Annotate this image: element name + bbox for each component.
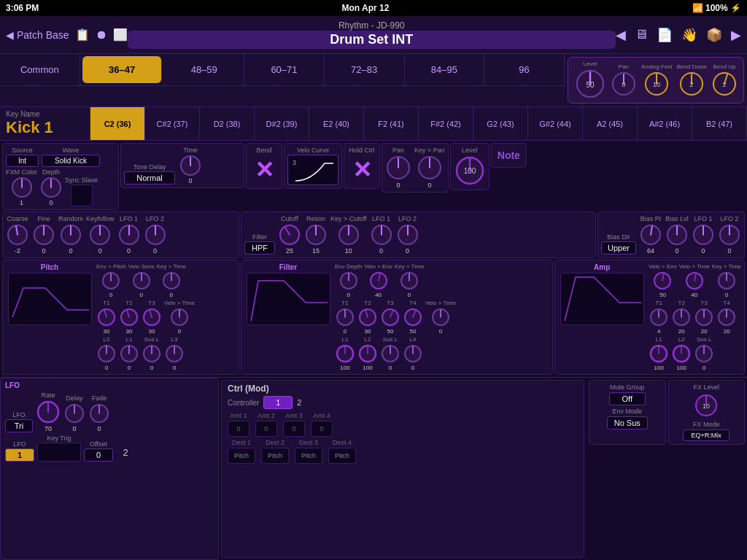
dest2-val[interactable]: Pitch	[261, 448, 289, 464]
filter-type-select[interactable]: HPF	[244, 241, 275, 254]
key-pan-knob[interactable]	[417, 155, 443, 181]
analog-feel-knob[interactable]: 10	[643, 71, 670, 97]
keyfollow-knob[interactable]	[88, 223, 112, 246]
bias-dir-select[interactable]: Upper	[601, 241, 636, 254]
filter-key-time-knob[interactable]	[399, 271, 419, 291]
dest3-val[interactable]: Pitch	[295, 448, 322, 464]
pan-knob[interactable]	[385, 155, 411, 181]
pitch-l0-knob[interactable]	[96, 343, 117, 364]
note-key-3[interactable]: D#2 (39)	[255, 107, 309, 140]
tab-36-47[interactable]: 36–47	[82, 56, 163, 83]
pitch-lfo2-knob[interactable]	[144, 223, 167, 246]
source-select[interactable]: Int	[6, 155, 39, 167]
bias-lfo1-knob[interactable]	[692, 223, 715, 246]
dest4-val[interactable]: Pitch	[328, 448, 356, 464]
env-mode-select[interactable]: No Sus	[607, 416, 648, 429]
fxm-color-knob[interactable]	[11, 176, 33, 198]
filter-lfo1-knob[interactable]	[370, 223, 393, 246]
nav-icon-monitor[interactable]: 🖥	[635, 27, 648, 43]
note-key-1[interactable]: C#2 (37)	[145, 107, 200, 140]
bend-down-knob[interactable]: 2	[678, 71, 705, 97]
coarse-knob[interactable]	[6, 223, 29, 246]
lfo-delay-knob[interactable]	[63, 402, 85, 424]
nav-icon-file[interactable]: 📄	[657, 27, 673, 43]
tab-common[interactable]: Common	[0, 54, 80, 85]
dest1-val[interactable]: Pitch	[228, 448, 255, 464]
amp-t4-knob[interactable]	[716, 307, 737, 327]
amp-t3-knob[interactable]	[694, 307, 714, 327]
pitch-susl-knob[interactable]	[142, 343, 162, 364]
nav-icon-record[interactable]: ⏺	[96, 28, 107, 42]
filter-velo-env-knob[interactable]	[368, 271, 389, 291]
note-key-6[interactable]: F#2 (42)	[419, 107, 473, 140]
nav-icon-copy[interactable]: ⬜	[113, 28, 128, 42]
lfo-fade-knob[interactable]	[88, 402, 110, 424]
nav-icon-clipboard[interactable]: 📋	[75, 28, 90, 42]
tone-delay-select[interactable]: Normal	[124, 171, 175, 184]
filter-lfo2-knob[interactable]	[396, 223, 419, 246]
pitch-t2-knob[interactable]	[119, 307, 139, 327]
key-name-value[interactable]: Kick 1	[6, 118, 84, 137]
wave-select[interactable]: Solid Kick	[42, 155, 100, 167]
fx-mode-select[interactable]: EQ+R:Mix	[683, 429, 729, 441]
pitch-velo-sens-knob[interactable]	[131, 271, 152, 291]
lfo-offset-input[interactable]: 0	[84, 448, 113, 462]
tab-72-83[interactable]: 72–83	[325, 54, 405, 85]
amp-l1-knob[interactable]	[649, 343, 669, 364]
filter-l1-knob[interactable]	[335, 343, 355, 364]
sync-slave-box[interactable]	[71, 184, 93, 206]
pitch-t3-knob[interactable]	[142, 307, 162, 327]
tab-60-71[interactable]: 60–71	[244, 54, 325, 85]
tab-48-59[interactable]: 48–59	[164, 54, 244, 85]
filter-t2-knob[interactable]	[357, 307, 378, 327]
filter-susl-knob[interactable]	[380, 343, 400, 364]
pitch-t1-knob[interactable]	[96, 307, 117, 327]
key-cutoff-knob[interactable]	[337, 223, 360, 246]
filter-l4-knob[interactable]	[403, 343, 423, 364]
lfo-type-select[interactable]: Tri	[5, 419, 33, 432]
note-key-9[interactable]: A2 (45)	[583, 107, 638, 140]
level-knob[interactable]: 100	[454, 155, 486, 187]
pitch-velo-time-knob[interactable]	[169, 307, 190, 327]
cutoff-knob[interactable]	[278, 223, 301, 246]
pitch-l3-knob[interactable]	[164, 343, 185, 364]
pitch-env-pitch-knob[interactable]	[101, 271, 121, 291]
hold-ctrl-x[interactable]: ✕	[347, 155, 377, 185]
amp-velo-time-knob[interactable]	[684, 271, 705, 291]
fine-knob[interactable]	[32, 223, 55, 246]
amp-l2-knob[interactable]	[671, 343, 692, 364]
fx-level-knob[interactable]: 10	[693, 392, 719, 419]
mute-group-select[interactable]: Off	[609, 392, 646, 405]
filter-t1-knob[interactable]	[335, 307, 355, 327]
note-key-0[interactable]: C2 (36)	[90, 107, 145, 140]
amp-velo-env-knob[interactable]	[652, 271, 673, 291]
note-key-10[interactable]: A#2 (46)	[638, 107, 692, 140]
bend-x[interactable]: ✕	[249, 155, 279, 185]
bias-lfo2-knob[interactable]	[718, 223, 741, 246]
amp-t1-knob[interactable]	[649, 307, 669, 327]
lfo-key-trig-box[interactable]	[37, 443, 81, 462]
nav-icon-next[interactable]: ▶	[731, 27, 741, 43]
reson-knob[interactable]	[304, 223, 328, 246]
pitch-key-time-knob[interactable]	[161, 271, 182, 291]
amp-key-time-knob[interactable]	[716, 271, 737, 291]
ctrl-controller-input[interactable]: 1	[263, 396, 293, 409]
time-knob[interactable]	[179, 155, 201, 176]
nav-icon-hand[interactable]: 👋	[681, 27, 697, 43]
filter-t4-knob[interactable]	[403, 307, 423, 327]
pan-main-knob[interactable]: 0	[611, 71, 637, 97]
tab-84-95[interactable]: 84–95	[405, 54, 485, 85]
nav-icon-box[interactable]: 📦	[706, 27, 722, 43]
bend-up-knob[interactable]: 2	[711, 71, 738, 97]
pitch-l1-knob[interactable]	[119, 343, 139, 364]
random-knob[interactable]	[59, 223, 82, 246]
note-key-4[interactable]: E2 (40)	[309, 107, 364, 140]
bias-pt-knob[interactable]	[639, 223, 662, 246]
filter-t3-knob[interactable]	[380, 307, 400, 327]
filter-env-depth-knob[interactable]	[338, 271, 359, 291]
amp-t2-knob[interactable]	[671, 307, 692, 327]
nav-icon-prev[interactable]: ◀	[616, 27, 626, 43]
lfo-num-select[interactable]: 1	[5, 448, 34, 462]
note-key-8[interactable]: G#2 (44)	[528, 107, 583, 140]
tab-96[interactable]: 96	[484, 54, 565, 85]
